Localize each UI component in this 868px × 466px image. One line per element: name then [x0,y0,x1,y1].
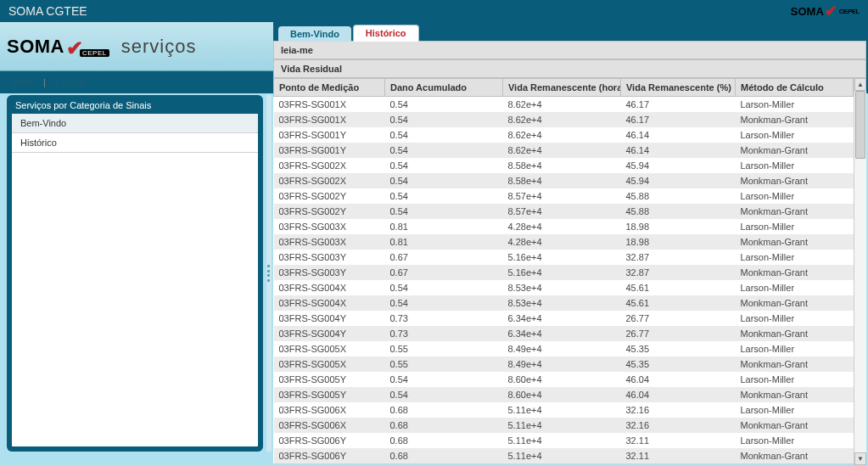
brand-cepel-box: CEPEL [80,49,109,57]
table-row[interactable]: 03FRS-SG004Y0.736.34e+426.77Larson-Mille… [274,311,854,326]
table-cell: 46.14 [620,127,735,143]
table-cell: 03FRS-SG002Y [274,188,385,204]
table-cell: 03FRS-SG001Y [274,127,385,143]
table-cell: Monkman-Grant [735,112,853,127]
brand-soma-small: SOMA [791,5,824,18]
table-cell: 03FRS-SG002X [274,158,385,173]
table-row[interactable]: 03FRS-SG005Y0.548.60e+446.04Larson-Mille… [274,372,854,387]
table-row[interactable]: 03FRS-SG005X0.558.49e+445.35Monkman-Gran… [274,357,854,372]
table-cell: 45.94 [620,158,735,173]
table-cell: 0.67 [384,250,502,265]
table-cell: Larson-Miller [735,280,853,295]
table-cell: 8.53e+4 [502,295,620,311]
table-cell: Larson-Miller [735,158,853,173]
table-cell: 32.16 [620,402,735,418]
table-row[interactable]: 03FRS-SG003X0.814.28e+418.98Larson-Mille… [274,219,854,234]
table-row[interactable]: 03FRS-SG003Y0.675.16e+432.87Larson-Mille… [274,250,854,265]
scroll-down-arrow-icon[interactable]: ▼ [854,452,866,465]
table-cell: 5.11e+4 [502,448,620,463]
table-cell: 26.77 [620,326,735,341]
table-row[interactable]: 03FRS-SG002Y0.548.57e+445.88Monkman-Gran… [274,204,854,219]
table-cell: 03FRS-SG005Y [274,372,385,387]
table-row[interactable]: 03FRS-SG003Y0.675.16e+432.87Monkman-Gran… [274,265,854,280]
table-cell: 0.55 [384,357,502,372]
table-cell: 03FRS-SG004Y [274,326,385,341]
table-cell: 8.60e+4 [502,372,620,387]
table-cell: 03FRS-SG003Y [274,250,385,265]
table-row[interactable]: 03FRS-SG002Y0.548.57e+445.88Larson-Mille… [274,188,854,204]
scroll-thumb[interactable] [855,91,865,159]
scroll-track[interactable] [854,91,866,452]
table-row[interactable]: 03FRS-SG004X0.548.53e+445.61Monkman-Gran… [274,295,854,311]
scroll-up-arrow-icon[interactable]: ▲ [854,78,866,91]
table-cell: 18.98 [620,234,735,250]
table-cell: 46.04 [620,372,735,387]
table-cell: 4.28e+4 [502,234,620,250]
table-cell: 0.54 [384,372,502,387]
app-title: SOMA CGTEE [8,4,87,18]
swoosh-icon: ✔ [825,2,837,20]
table-row[interactable]: 03FRS-SG006Y0.685.11e+432.11Monkman-Gran… [274,448,854,463]
table-cell: Monkman-Grant [735,418,853,433]
table-cell: 32.11 [620,448,735,463]
vertical-scrollbar[interactable]: ▲ ▼ [854,78,866,465]
table-row[interactable]: 03FRS-SG005X0.558.49e+445.35Larson-Mille… [274,341,854,357]
table-cell: 0.54 [384,188,502,204]
table-cell: 8.62e+4 [502,97,620,113]
table-cell: Monkman-Grant [735,387,853,402]
table-row[interactable]: 03FRS-SG004X0.548.53e+445.61Larson-Mille… [274,280,854,295]
table-cell: Monkman-Grant [735,204,853,219]
col-header-metodo[interactable]: Método de Cálculo [735,79,853,97]
left-panel: Serviços por Categoria de Sinais Bem-Vin… [7,95,263,452]
table-cell: 0.54 [384,112,502,127]
table-cell: Monkman-Grant [735,143,853,158]
col-header-dano[interactable]: Dano Acumulado [384,79,502,97]
table-cell: 0.54 [384,280,502,295]
logout-link[interactable]: Logout [56,77,85,87]
table-cell: 0.54 [384,295,502,311]
table-cell: 03FRS-SG006X [274,402,385,418]
table-row[interactable]: 03FRS-SG001Y0.548.62e+446.14Larson-Mille… [274,127,854,143]
table-cell: 03FRS-SG004Y [274,311,385,326]
table-row[interactable]: 03FRS-SG001Y0.548.62e+446.14Monkman-Gran… [274,143,854,158]
table-row[interactable]: 03FRS-SG006Y0.685.11e+432.11Larson-Mille… [274,433,854,448]
table-row[interactable]: 03FRS-SG004Y0.736.34e+426.77Monkman-Gran… [274,326,854,341]
col-header-ponto[interactable]: Ponto de Medição [274,79,385,97]
table-cell: 0.54 [384,158,502,173]
table-row[interactable]: 03FRS-SG001X0.548.62e+446.17Larson-Mille… [274,97,854,113]
tabs-bar: Bem-Vindo Histórico [273,22,866,41]
col-header-pct[interactable]: Vida Remanescente (%) [620,79,735,97]
table-cell: 03FRS-SG001X [274,112,385,127]
table-row[interactable]: 03FRS-SG006X0.685.11e+432.16Larson-Mille… [274,402,854,418]
sidebar-item-bemvindo[interactable]: Bem-Vindo [12,114,258,133]
table-row[interactable]: 03FRS-SG003X0.814.28e+418.98Monkman-Gran… [274,234,854,250]
tab-historico[interactable]: Histórico [353,25,419,42]
table-cell: Larson-Miller [735,250,853,265]
table-cell: 32.11 [620,433,735,448]
user-strip: soma | Logout [0,71,273,93]
table-cell: Larson-Miller [735,219,853,234]
table-cell: 0.68 [384,418,502,433]
sidebar-item-historico[interactable]: Histórico [12,133,258,153]
table-cell: 5.16e+4 [502,250,620,265]
table-row[interactable]: 03FRS-SG006X0.685.11e+432.16Monkman-Gran… [274,418,854,433]
table-cell: 8.57e+4 [502,204,620,219]
table-row[interactable]: 03FRS-SG002X0.548.58e+445.94Larson-Mille… [274,158,854,173]
col-header-horas[interactable]: Vida Remanescente (horas) [502,79,620,97]
brand-logo-small: SOMA ✔ CEPEL [791,2,860,20]
table-row[interactable]: 03FRS-SG005Y0.548.60e+446.04Monkman-Gran… [274,387,854,402]
table-cell: 6.34e+4 [502,326,620,341]
splitter[interactable] [266,95,272,452]
section-leia-me[interactable]: leia-me [273,41,866,59]
user-link[interactable]: soma [10,77,33,87]
table-cell: 0.73 [384,311,502,326]
table-cell: Larson-Miller [735,372,853,387]
table-cell: 45.61 [620,295,735,311]
left-panel-title: Serviços por Categoria de Sinais [7,95,263,114]
data-table: Ponto de Medição Dano Acumulado Vida Rem… [273,78,854,463]
table-row[interactable]: 03FRS-SG002X0.548.58e+445.94Monkman-Gran… [274,173,854,188]
table-cell: Monkman-Grant [735,295,853,311]
section-vida-residual[interactable]: Vida Residual [273,59,866,78]
tab-bemvindo[interactable]: Bem-Vindo [278,26,351,42]
table-row[interactable]: 03FRS-SG001X0.548.62e+446.17Monkman-Gran… [274,112,854,127]
